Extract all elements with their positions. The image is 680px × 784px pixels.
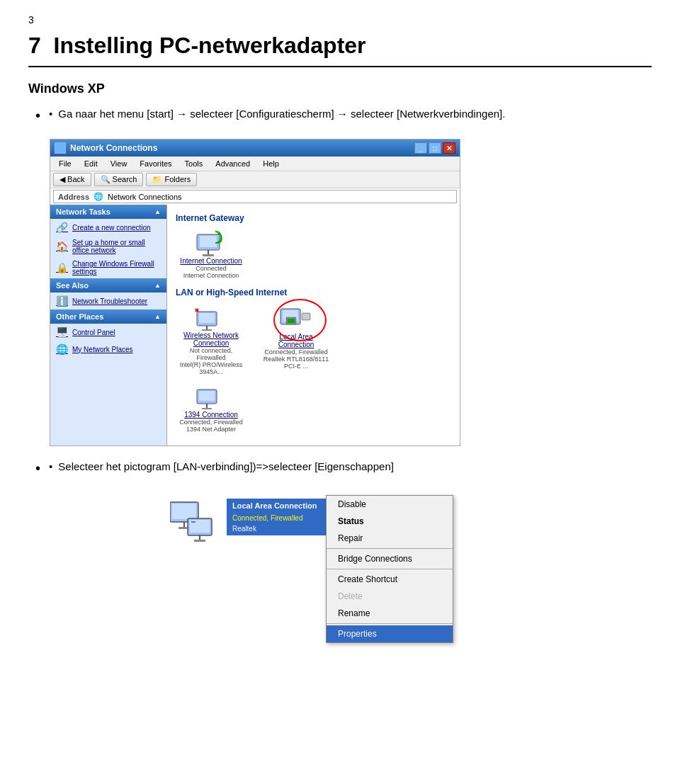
- main-area: Network Tasks ▲ 🔗 Create a new connectio…: [50, 205, 460, 445]
- chevron-icon: ▲: [154, 208, 161, 215]
- ctx-delete: Delete: [327, 588, 453, 605]
- conn-1394[interactable]: 1394 Connection Connected, Firewalled 13…: [176, 382, 246, 433]
- ctx-bridge[interactable]: Bridge Connections: [327, 550, 453, 567]
- section-heading: Windows XP: [28, 81, 652, 96]
- sidebar-section-network-tasks: Network Tasks ▲ 🔗 Create a new connectio…: [50, 205, 166, 278]
- window-controls[interactable]: _ □ ✕: [414, 142, 455, 154]
- context-menu: Disable Status Repair Bridge Connections…: [326, 495, 453, 643]
- lan-section-title: LAN or High-Speed Internet: [176, 288, 451, 297]
- sidebar-header-other-places[interactable]: Other Places ▲: [50, 309, 166, 324]
- ctx-repair[interactable]: Repair: [327, 530, 453, 547]
- sidebar-firewall[interactable]: 🔒 Change Windows Firewall settings: [50, 257, 166, 278]
- menu-file[interactable]: File: [53, 158, 77, 169]
- menu-edit[interactable]: Edit: [79, 158, 103, 169]
- bullet-item-1: • Ga naar het menu [start] → selecteer […: [35, 106, 652, 126]
- svg-rect-3: [203, 254, 214, 256]
- svg-rect-27: [194, 540, 205, 542]
- bullet-item-2: • Selecteer het pictogram [LAN-verbindin…: [35, 459, 652, 479]
- large-lan-icon-wrapper: [170, 499, 220, 547]
- menu-view[interactable]: View: [105, 158, 133, 169]
- sidebar-my-network-places[interactable]: 🌐 My Network Places: [50, 341, 166, 358]
- ctx-disable[interactable]: Disable: [327, 496, 453, 513]
- chevron-icon: ▲: [154, 313, 161, 320]
- sidebar-header-see-also[interactable]: See Also ▲: [50, 278, 166, 292]
- svg-rect-15: [302, 314, 310, 319]
- large-local-area-icon: [170, 499, 220, 545]
- menu-tools[interactable]: Tools: [179, 158, 209, 169]
- svg-rect-1: [200, 236, 217, 247]
- sidebar-create-connection[interactable]: 🔗 Create a new connection: [50, 219, 166, 236]
- internet-connection-icon: [194, 229, 228, 257]
- menu-advanced[interactable]: Advanced: [210, 158, 256, 169]
- local-area-connection-icon: [279, 303, 313, 331]
- maximize-button[interactable]: □: [429, 142, 441, 154]
- svg-rect-13: [288, 319, 295, 323]
- ctx-rename[interactable]: Rename: [327, 605, 453, 622]
- ctx-create-shortcut[interactable]: Create Shortcut: [327, 571, 453, 588]
- search-button[interactable]: 🔍 Search: [94, 173, 144, 186]
- ctx-properties[interactable]: Properties: [327, 625, 453, 642]
- menu-bar: File Edit View Favorites Tools Advanced …: [50, 157, 460, 171]
- xp-sidebar: Network Tasks ▲ 🔗 Create a new connectio…: [50, 205, 167, 445]
- svg-rect-19: [202, 408, 212, 409]
- xp-content: Internet Gateway Internet Connection Con…: [167, 205, 460, 445]
- sidebar-control-panel[interactable]: 🖥️ Control Panel: [50, 324, 166, 341]
- sidebar-home-office[interactable]: 🏠 Set up a home or small office network: [50, 236, 166, 257]
- svg-rect-17: [199, 391, 215, 401]
- back-button[interactable]: ◀ Back: [53, 173, 91, 186]
- xp-titlebar: Network Connections _ □ ✕: [50, 140, 460, 157]
- address-value[interactable]: Network Connections: [108, 193, 452, 201]
- ctx-separator-2: [327, 569, 453, 569]
- sidebar-header-network-tasks[interactable]: Network Tasks ▲: [50, 205, 166, 219]
- internet-gateway-title: Internet Gateway: [176, 213, 451, 223]
- conn-wireless[interactable]: Wireless Network Connection Not connecte…: [176, 303, 246, 375]
- chevron-icon: ▲: [154, 282, 161, 289]
- close-button[interactable]: ✕: [443, 142, 455, 154]
- menu-help[interactable]: Help: [257, 158, 285, 169]
- sidebar-troubleshooter[interactable]: ℹ️ Network Troubleshooter: [50, 292, 166, 309]
- firewire-connection-icon: [194, 382, 228, 411]
- ctx-separator-1: [327, 548, 453, 549]
- sidebar-section-see-also: See Also ▲ ℹ️ Network Troubleshooter: [50, 278, 166, 309]
- svg-rect-7: [202, 329, 212, 331]
- svg-rect-5: [199, 313, 215, 323]
- sidebar-section-other-places: Other Places ▲ 🖥️ Control Panel 🌐 My Net…: [50, 309, 166, 358]
- conn-internet[interactable]: Internet Connection Connected Internet C…: [176, 229, 246, 279]
- chapter-title: 7 Instelling PC-netwerkadapter: [28, 33, 652, 67]
- ctx-separator-3: [327, 623, 453, 624]
- conn-1394-section: 1394 Connection Connected, Firewalled 13…: [176, 382, 451, 433]
- svg-rect-21: [172, 504, 196, 519]
- wireless-connection-icon: [194, 303, 228, 331]
- page-number: 3: [28, 14, 652, 25]
- address-label: Address: [58, 193, 89, 201]
- ctx-status[interactable]: Status: [327, 513, 453, 530]
- screenshot2: Local Area Connection Connected, Firewal…: [170, 492, 489, 547]
- address-bar: Address 🌐 Network Connections: [53, 190, 457, 203]
- window-icon: [55, 142, 66, 154]
- menu-favorites[interactable]: Favorites: [134, 158, 177, 169]
- xp-toolbar: ◀ Back 🔍 Search 📁 Folders: [50, 171, 460, 188]
- folders-button[interactable]: 📁 Folders: [146, 173, 197, 186]
- conn-local-area[interactable]: Local Area Connection Connected, Firewal…: [261, 303, 332, 375]
- screenshot1: Network Connections _ □ ✕ File Edit View…: [50, 139, 460, 446]
- minimize-button[interactable]: _: [414, 142, 427, 154]
- window-title: Network Connections: [70, 143, 157, 153]
